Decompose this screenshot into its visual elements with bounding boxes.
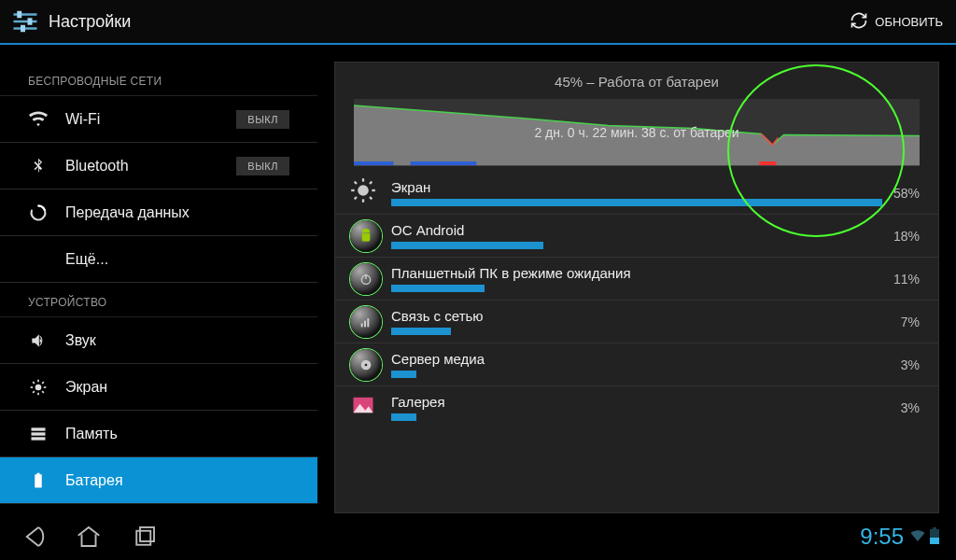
sidebar-item-label: Передача данных — [65, 204, 190, 221]
sidebar-item-display[interactable]: Экран — [0, 364, 317, 411]
svg-rect-3 — [17, 11, 21, 19]
app-usage-bar — [391, 328, 451, 335]
battery-icon — [28, 470, 49, 491]
sidebar-item-data-usage[interactable]: Передача данных — [0, 189, 317, 236]
refresh-button[interactable]: ОБНОВИТЬ — [846, 4, 947, 40]
actionbar: Настройки ОБНОВИТЬ — [0, 0, 956, 45]
app-usage-bar — [391, 413, 416, 421]
battery-summary: 45% – Работа от батареи — [335, 63, 938, 99]
svg-rect-16 — [32, 432, 46, 435]
refresh-icon — [850, 11, 868, 33]
sound-icon — [28, 330, 49, 351]
battery-status-icon — [930, 524, 939, 550]
svg-line-30 — [370, 197, 372, 199]
app-percent: 3% — [890, 400, 920, 415]
sidebar-item-label: Батарея — [65, 472, 123, 489]
bluetooth-icon — [28, 156, 49, 176]
svg-rect-4 — [28, 18, 33, 25]
storage-icon — [28, 424, 49, 444]
svg-rect-5 — [21, 25, 25, 33]
wifi-toggle[interactable]: ВЫКЛ — [236, 110, 289, 129]
bluetooth-toggle[interactable]: ВЫКЛ — [236, 157, 289, 175]
battery-usage-item[interactable]: Экран 58% — [335, 172, 938, 214]
standby-icon — [350, 263, 382, 295]
sidebar-item-label: Bluetooth — [65, 158, 129, 175]
settings-sidebar: БЕСПРОВОДНЫЕ СЕТИ Wi-Fi ВЫКЛ Bluetooth В… — [0, 45, 317, 513]
battery-usage-item[interactable]: Связь с сетью 7% — [335, 300, 938, 343]
battery-usage-item[interactable]: ОС Android 18% — [335, 214, 938, 257]
svg-rect-21 — [354, 161, 393, 165]
display-icon — [28, 377, 49, 398]
svg-line-12 — [42, 391, 44, 393]
svg-rect-18 — [35, 474, 42, 487]
svg-point-6 — [35, 384, 42, 390]
svg-rect-37 — [367, 318, 369, 327]
svg-line-29 — [355, 181, 357, 183]
sidebar-item-more[interactable]: Ещё... — [0, 236, 317, 283]
svg-rect-1 — [14, 21, 37, 23]
battery-detail-pane: 45% – Работа от батареи 2 дн. 0 ч. 22 ми… — [334, 62, 939, 513]
svg-rect-46 — [933, 527, 936, 529]
page-title: Настройки — [49, 12, 131, 32]
battery-chart[interactable]: 2 дн. 0 ч. 22 мин. 38 с. от батареи — [354, 99, 920, 166]
svg-rect-35 — [361, 323, 363, 327]
app-usage-bar — [391, 199, 882, 206]
section-wireless: БЕСПРОВОДНЫЕ СЕТИ — [0, 62, 317, 96]
svg-rect-36 — [364, 320, 366, 327]
sidebar-item-storage[interactable]: Память — [0, 411, 317, 457]
app-name: Экран — [391, 179, 882, 195]
app-percent: 58% — [882, 186, 920, 201]
app-name: ОС Android — [391, 222, 882, 238]
sidebar-item-battery[interactable]: Батарея — [0, 457, 317, 504]
data-usage-icon — [28, 203, 49, 223]
svg-rect-22 — [411, 161, 477, 165]
system-navbar: 9:55 — [0, 513, 956, 560]
back-button[interactable] — [17, 521, 49, 553]
sidebar-item-sound[interactable]: Звук — [0, 317, 317, 364]
svg-line-11 — [33, 382, 35, 384]
app-usage-bar — [391, 242, 543, 249]
sidebar-item-bluetooth[interactable]: Bluetooth ВЫКЛ — [0, 143, 317, 189]
app-percent: 11% — [882, 272, 920, 287]
svg-point-24 — [358, 185, 369, 196]
sidebar-item-label: Экран — [65, 379, 107, 396]
recents-button[interactable] — [129, 521, 161, 553]
app-name: Связь с сетью — [391, 308, 890, 324]
svg-line-32 — [370, 181, 372, 183]
battery-usage-list: Экран 58% ОС Android 18% Планшетный ПК в… — [335, 172, 938, 512]
sidebar-item-label: Wi-Fi — [65, 111, 100, 128]
app-percent: 7% — [890, 315, 920, 329]
svg-rect-19 — [37, 472, 40, 474]
app-usage-bar — [391, 285, 485, 292]
svg-rect-17 — [32, 437, 46, 440]
sidebar-item-label: Память — [65, 426, 118, 442]
svg-rect-43 — [140, 527, 154, 541]
home-button[interactable] — [73, 521, 105, 553]
wifi-status-icon — [909, 524, 926, 550]
app-name: Сервер медиа — [391, 351, 890, 367]
svg-rect-42 — [136, 531, 150, 545]
battery-usage-item[interactable]: Сервер медиа 3% — [335, 343, 938, 385]
app-usage-bar — [391, 371, 416, 378]
clock-text: 9:55 — [860, 524, 904, 550]
android-icon — [350, 220, 382, 252]
signal-icon — [350, 306, 382, 338]
battery-usage-item[interactable]: Планшетный ПК в режиме ожидания 11% — [335, 257, 938, 300]
sidebar-item-wifi[interactable]: Wi-Fi ВЫКЛ — [0, 96, 317, 143]
gallery-icon — [350, 392, 382, 424]
sidebar-item-label: Звук — [65, 332, 96, 349]
status-clock[interactable]: 9:55 — [860, 524, 939, 550]
app-percent: 3% — [890, 357, 920, 372]
wifi-icon — [28, 109, 49, 130]
settings-icon — [9, 6, 41, 37]
battery-usage-item[interactable]: Галерея 3% — [335, 385, 938, 428]
svg-line-13 — [33, 391, 35, 393]
app-name: Планшетный ПК в режиме ожидания — [391, 265, 882, 281]
svg-rect-45 — [930, 538, 939, 544]
sidebar-item-label: Ещё... — [65, 251, 108, 268]
svg-point-39 — [365, 363, 368, 366]
svg-line-31 — [355, 197, 357, 199]
media-icon — [350, 349, 382, 381]
app-percent: 18% — [882, 229, 920, 244]
refresh-label: ОБНОВИТЬ — [875, 15, 943, 29]
